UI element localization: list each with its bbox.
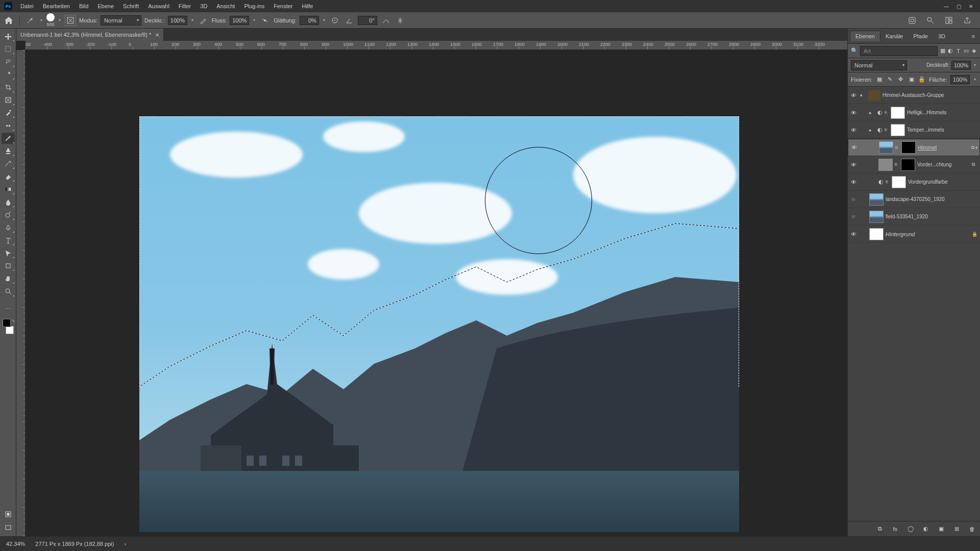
screenmode-icon[interactable] [2,522,15,533]
group-icon[interactable]: ▣ [937,525,945,533]
visibility-icon[interactable]: 👁 [849,91,858,100]
layer-row[interactable]: 👁 landscape-4370250_1920 [848,191,980,208]
filter-adjust-icon[interactable]: ◐ [947,46,953,56]
visibility-icon[interactable]: 👁 [849,126,858,135]
zoom-level[interactable]: 42.34% [6,541,25,547]
menu-datei[interactable]: Datei [16,2,38,10]
frame-tool[interactable] [2,94,15,106]
layer-group[interactable]: 👁 ▾ Himmel-Austausch-Gruppe [848,87,980,104]
expand-icon[interactable]: ▾ [860,93,866,98]
marquee-tool[interactable] [2,43,15,55]
filter-shape-icon[interactable]: ▭ [963,46,969,56]
visibility-icon[interactable]: 👁 [849,143,859,152]
dodge-tool[interactable] [2,209,15,220]
close-button[interactable]: ✕ [966,2,976,10]
brush-preset[interactable]: 500 [46,13,55,27]
fill-value[interactable]: 100% [950,75,970,84]
tab-3d[interactable]: 3D [933,31,950,41]
blur-tool[interactable] [2,196,15,208]
layer-row[interactable]: 👁 ⎘ Himmel ⧉ [848,139,980,156]
layer-thumb[interactable] [869,193,884,206]
lasso-tool[interactable] [2,56,15,67]
menu-ansicht[interactable]: Ansicht [212,2,239,10]
layer-thumb[interactable] [878,159,893,171]
layer-filter-select[interactable] [860,46,938,56]
minimize-button[interactable]: — [941,2,951,10]
color-swatches[interactable]: ⤡ [2,319,15,334]
brush-panel-toggle-icon[interactable] [65,15,76,26]
share-icon[interactable] [962,15,973,26]
canvas[interactable] [26,50,847,536]
adjustment-layer-icon[interactable]: ◐ [922,525,930,533]
crop-tool[interactable] [2,82,15,93]
filter-pixel-icon[interactable]: ▦ [940,46,945,56]
new-layer-icon[interactable]: ⊞ [952,525,961,533]
close-tab-icon[interactable]: ✕ [155,32,159,38]
lock-nest-icon[interactable]: ▣ [908,76,915,84]
smoothing-settings-icon[interactable] [329,15,340,26]
layer-row[interactable]: 👁 ▸ ◐ ⎘ Temper...immels [848,121,980,139]
stamp-tool[interactable] [2,145,15,157]
lock-pixel-icon[interactable]: ✎ [886,76,894,84]
background-color[interactable] [6,326,14,334]
menu-3d[interactable]: 3D [196,2,211,10]
mask-thumb[interactable] [892,176,906,188]
search-icon[interactable] [925,15,936,26]
quickmask-icon[interactable] [2,509,15,520]
healing-tool[interactable] [2,120,15,131]
menu-filter[interactable]: Filter [175,2,195,10]
visibility-icon[interactable]: 👁 [849,230,858,239]
menu-hilfe[interactable]: Hilfe [298,2,317,10]
select-subject-icon[interactable] [906,15,918,26]
panel-menu-icon[interactable]: ≡ [969,33,978,39]
shape-tool[interactable] [2,260,15,271]
maximize-button[interactable]: ▢ [953,2,964,10]
eyedropper-tool[interactable] [2,107,15,118]
edit-toolbar[interactable]: ⋯ [2,303,15,314]
menu-schrift[interactable]: Schrift [119,2,143,10]
blend-mode-select[interactable]: Normal [101,15,141,26]
trash-icon[interactable]: 🗑 [968,525,976,533]
opacity-chevron-icon[interactable]: ▾ [190,18,194,22]
brush-tool[interactable] [2,133,15,144]
expand-icon[interactable]: ▸ [869,128,875,133]
smoothing-chevron-icon[interactable]: ▾ [322,18,326,22]
menu-fenster[interactable]: Fenster [270,2,297,10]
status-more-icon[interactable]: › [124,541,126,547]
hand-tool[interactable] [2,273,15,284]
mask-thumb[interactable] [901,159,915,171]
menu-plugins[interactable]: Plug-ins [240,2,268,10]
brush-tool-icon[interactable] [25,15,36,26]
menu-auswahl[interactable]: Auswahl [144,2,174,10]
tab-ebenen[interactable]: Ebenen [850,31,880,41]
tab-kanale[interactable]: Kanäle [880,31,908,41]
link-layers-icon[interactable]: ⧉ [876,525,884,533]
layer-thumb[interactable] [869,228,884,240]
document-tab[interactable]: Unbenannt-1 bei 42,3% (Himmel, Ebenenmas… [16,29,164,41]
visibility-icon[interactable]: 👁 [849,108,858,117]
fill-chevron-icon[interactable]: ▾ [973,77,977,82]
workspace-icon[interactable] [943,15,954,26]
layer-thumb[interactable] [879,141,893,154]
history-brush-tool[interactable] [2,158,15,169]
fx-icon[interactable]: fx [891,525,899,533]
layer-opacity-chevron-icon[interactable]: ▾ [973,63,977,67]
visibility-icon[interactable]: 👁 [849,178,858,187]
layer-row[interactable]: 👁 ⎘ Vorder...chtung ⧉ [848,156,980,173]
menu-ebene[interactable]: Ebene [93,2,118,10]
layer-row[interactable]: 👁 field-533541_1920 [848,208,980,226]
visibility-icon[interactable]: 👁 [849,195,858,204]
layer-background[interactable]: 👁 Hintergrund 🔒 [848,226,980,243]
pressure-size-icon[interactable] [380,15,391,26]
layer-blend-select[interactable]: Normal [851,60,907,70]
flow-chevron-icon[interactable]: ▾ [252,18,256,22]
pressure-opacity-icon[interactable] [198,15,209,26]
lock-all-icon[interactable]: 🔒 [918,76,926,84]
tab-pfade[interactable]: Pfade [908,31,933,41]
lock-icon[interactable]: 🔒 [972,232,979,237]
layer-row[interactable]: 👁 ◐ ⎘ Vordergrundfarbe [848,173,980,191]
layer-thumb[interactable] [869,211,884,223]
layer-row[interactable]: 👁 ▸ ◐ ⎘ Helligk...Himmels [848,104,980,121]
lock-trans-icon[interactable]: ▦ [875,76,883,84]
smoothing-value[interactable]: 0% [300,16,319,25]
